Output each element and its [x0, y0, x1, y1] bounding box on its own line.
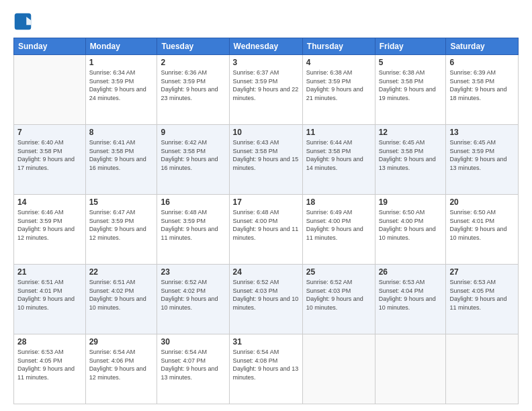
- cell-info: Sunrise: 6:50 AMSunset: 4:00 PMDaylight:…: [379, 208, 443, 242]
- calendar-cell: [446, 334, 519, 404]
- calendar-week-row: 21Sunrise: 6:51 AMSunset: 4:01 PMDayligh…: [14, 265, 519, 334]
- calendar-cell: 25Sunrise: 6:52 AMSunset: 4:03 PMDayligh…: [302, 265, 375, 334]
- cell-info: Sunrise: 6:51 AMSunset: 4:02 PMDaylight:…: [89, 278, 154, 312]
- day-number: 10: [233, 128, 299, 137]
- day-number: 9: [161, 128, 225, 137]
- day-number: 12: [379, 128, 443, 137]
- day-number: 28: [17, 337, 82, 347]
- weekday-saturday: Saturday: [446, 38, 519, 55]
- calendar-cell: 29Sunrise: 6:54 AMSunset: 4:06 PMDayligh…: [85, 334, 157, 404]
- calendar-week-row: 7Sunrise: 6:40 AMSunset: 3:58 PMDaylight…: [14, 125, 519, 195]
- calendar-cell: 11Sunrise: 6:44 AMSunset: 3:58 PMDayligh…: [302, 125, 375, 195]
- calendar-cell: 14Sunrise: 6:46 AMSunset: 3:59 PMDayligh…: [14, 195, 86, 265]
- weekday-monday: Monday: [85, 38, 157, 55]
- day-number: 14: [17, 197, 82, 207]
- cell-info: Sunrise: 6:36 AMSunset: 3:59 PMDaylight:…: [161, 68, 225, 102]
- calendar-cell: 2Sunrise: 6:36 AMSunset: 3:59 PMDaylight…: [157, 55, 229, 125]
- cell-info: Sunrise: 6:38 AMSunset: 3:58 PMDaylight:…: [379, 68, 443, 102]
- cell-info: Sunrise: 6:44 AMSunset: 3:58 PMDaylight:…: [306, 138, 371, 172]
- weekday-wednesday: Wednesday: [229, 38, 302, 55]
- cell-info: Sunrise: 6:37 AMSunset: 3:59 PMDaylight:…: [233, 68, 299, 102]
- logo-icon: [13, 12, 32, 31]
- cell-info: Sunrise: 6:43 AMSunset: 3:58 PMDaylight:…: [233, 138, 299, 172]
- calendar-cell: 12Sunrise: 6:45 AMSunset: 3:58 PMDayligh…: [375, 125, 446, 195]
- day-number: 17: [233, 197, 299, 207]
- calendar-cell: 22Sunrise: 6:51 AMSunset: 4:02 PMDayligh…: [85, 265, 157, 334]
- calendar-week-row: 1Sunrise: 6:34 AMSunset: 3:59 PMDaylight…: [14, 55, 519, 125]
- calendar-cell: [14, 55, 86, 125]
- calendar-cell: 3Sunrise: 6:37 AMSunset: 3:59 PMDaylight…: [229, 55, 302, 125]
- day-number: 22: [89, 267, 154, 277]
- calendar-cell: 21Sunrise: 6:51 AMSunset: 4:01 PMDayligh…: [14, 265, 86, 334]
- day-number: 16: [161, 197, 225, 207]
- calendar-cell: 13Sunrise: 6:45 AMSunset: 3:59 PMDayligh…: [446, 125, 519, 195]
- day-number: 29: [89, 337, 154, 347]
- day-number: 11: [306, 128, 371, 137]
- calendar-cell: 20Sunrise: 6:50 AMSunset: 4:01 PMDayligh…: [446, 195, 519, 265]
- cell-info: Sunrise: 6:54 AMSunset: 4:06 PMDaylight:…: [89, 348, 154, 381]
- day-number: 13: [449, 128, 515, 137]
- calendar-cell: 19Sunrise: 6:50 AMSunset: 4:00 PMDayligh…: [375, 195, 446, 265]
- day-number: 3: [233, 58, 299, 67]
- calendar-cell: 31Sunrise: 6:54 AMSunset: 4:08 PMDayligh…: [229, 334, 302, 404]
- day-number: 31: [233, 337, 299, 347]
- cell-info: Sunrise: 6:53 AMSunset: 4:05 PMDaylight:…: [17, 348, 82, 381]
- calendar-cell: 27Sunrise: 6:53 AMSunset: 4:05 PMDayligh…: [446, 265, 519, 334]
- day-number: 15: [89, 197, 154, 207]
- day-number: 6: [449, 58, 515, 67]
- cell-info: Sunrise: 6:40 AMSunset: 3:58 PMDaylight:…: [17, 138, 82, 172]
- calendar-cell: [302, 334, 375, 404]
- day-number: 8: [89, 128, 154, 137]
- cell-info: Sunrise: 6:38 AMSunset: 3:59 PMDaylight:…: [306, 68, 371, 102]
- page: SundayMondayTuesdayWednesdayThursdayFrid…: [0, 0, 532, 411]
- day-number: 26: [379, 267, 443, 277]
- day-number: 30: [161, 337, 225, 347]
- weekday-sunday: Sunday: [14, 38, 86, 55]
- cell-info: Sunrise: 6:47 AMSunset: 3:59 PMDaylight:…: [89, 208, 154, 242]
- calendar-week-row: 14Sunrise: 6:46 AMSunset: 3:59 PMDayligh…: [14, 195, 519, 265]
- day-number: 2: [161, 58, 225, 67]
- calendar-cell: 15Sunrise: 6:47 AMSunset: 3:59 PMDayligh…: [85, 195, 157, 265]
- cell-info: Sunrise: 6:53 AMSunset: 4:04 PMDaylight:…: [379, 278, 443, 312]
- calendar-cell: 4Sunrise: 6:38 AMSunset: 3:59 PMDaylight…: [302, 55, 375, 125]
- cell-info: Sunrise: 6:54 AMSunset: 4:07 PMDaylight:…: [161, 348, 225, 381]
- cell-info: Sunrise: 6:45 AMSunset: 3:59 PMDaylight:…: [449, 138, 515, 172]
- calendar-cell: 5Sunrise: 6:38 AMSunset: 3:58 PMDaylight…: [375, 55, 446, 125]
- cell-info: Sunrise: 6:42 AMSunset: 3:58 PMDaylight:…: [161, 138, 225, 172]
- cell-info: Sunrise: 6:53 AMSunset: 4:05 PMDaylight:…: [449, 278, 515, 312]
- cell-info: Sunrise: 6:52 AMSunset: 4:02 PMDaylight:…: [161, 278, 225, 312]
- calendar-cell: 24Sunrise: 6:52 AMSunset: 4:03 PMDayligh…: [229, 265, 302, 334]
- calendar-cell: 18Sunrise: 6:49 AMSunset: 4:00 PMDayligh…: [302, 195, 375, 265]
- cell-info: Sunrise: 6:48 AMSunset: 3:59 PMDaylight:…: [161, 208, 225, 242]
- calendar-cell: 6Sunrise: 6:39 AMSunset: 3:58 PMDaylight…: [446, 55, 519, 125]
- day-number: 24: [233, 267, 299, 277]
- calendar-cell: 17Sunrise: 6:48 AMSunset: 4:00 PMDayligh…: [229, 195, 302, 265]
- day-number: 25: [306, 267, 371, 277]
- cell-info: Sunrise: 6:45 AMSunset: 3:58 PMDaylight:…: [379, 138, 443, 172]
- header: [13, 12, 519, 31]
- cell-info: Sunrise: 6:50 AMSunset: 4:01 PMDaylight:…: [449, 208, 515, 242]
- weekday-tuesday: Tuesday: [157, 38, 229, 55]
- day-number: 20: [449, 197, 515, 207]
- calendar-cell: 23Sunrise: 6:52 AMSunset: 4:02 PMDayligh…: [157, 265, 229, 334]
- weekday-header-row: SundayMondayTuesdayWednesdayThursdayFrid…: [14, 38, 519, 55]
- calendar-cell: 10Sunrise: 6:43 AMSunset: 3:58 PMDayligh…: [229, 125, 302, 195]
- day-number: 4: [306, 58, 371, 67]
- cell-info: Sunrise: 6:48 AMSunset: 4:00 PMDaylight:…: [233, 208, 299, 242]
- calendar-cell: 1Sunrise: 6:34 AMSunset: 3:59 PMDaylight…: [85, 55, 157, 125]
- cell-info: Sunrise: 6:54 AMSunset: 4:08 PMDaylight:…: [233, 348, 299, 381]
- calendar-cell: 8Sunrise: 6:41 AMSunset: 3:58 PMDaylight…: [85, 125, 157, 195]
- calendar-cell: 26Sunrise: 6:53 AMSunset: 4:04 PMDayligh…: [375, 265, 446, 334]
- cell-info: Sunrise: 6:52 AMSunset: 4:03 PMDaylight:…: [233, 278, 299, 312]
- day-number: 23: [161, 267, 225, 277]
- day-number: 21: [17, 267, 82, 277]
- calendar-cell: 7Sunrise: 6:40 AMSunset: 3:58 PMDaylight…: [14, 125, 86, 195]
- cell-info: Sunrise: 6:46 AMSunset: 3:59 PMDaylight:…: [17, 208, 82, 242]
- cell-info: Sunrise: 6:34 AMSunset: 3:59 PMDaylight:…: [89, 68, 154, 102]
- calendar-week-row: 28Sunrise: 6:53 AMSunset: 4:05 PMDayligh…: [14, 334, 519, 404]
- day-number: 1: [89, 58, 154, 67]
- calendar-table: SundayMondayTuesdayWednesdayThursdayFrid…: [13, 38, 519, 404]
- cell-info: Sunrise: 6:41 AMSunset: 3:58 PMDaylight:…: [89, 138, 154, 172]
- day-number: 18: [306, 197, 371, 207]
- day-number: 5: [379, 58, 443, 67]
